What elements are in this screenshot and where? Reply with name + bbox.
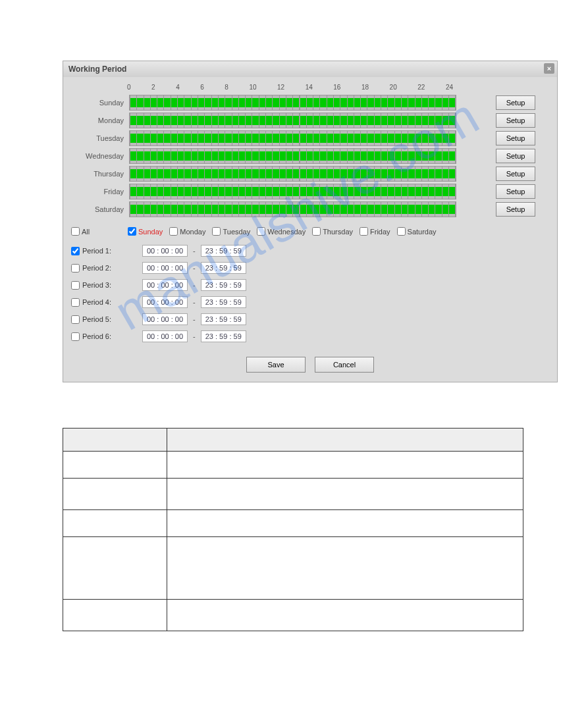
day-checkbox[interactable]: Thursday [312,227,353,236]
description-table [63,428,523,631]
day-checkbox[interactable]: Friday [360,227,390,236]
timeline-bar[interactable] [129,166,456,182]
period-row: Period 1:00 : 00 : 00-23 : 59 : 59 [71,242,549,259]
time-from[interactable]: 00 : 00 : 00 [142,245,188,257]
period-checkbox[interactable]: Period 3: [71,281,137,290]
working-period-dialog: Working Period × 024681012141618202224 S… [63,61,558,382]
day-label: Sunday [71,99,129,107]
period-row: Period 6:00 : 00 : 00-23 : 59 : 59 [71,328,549,345]
day-label: Friday [71,188,129,195]
time-from[interactable]: 00 : 00 : 00 [142,262,188,274]
period-row: Period 2:00 : 00 : 00-23 : 59 : 59 [71,259,549,276]
all-checkbox[interactable]: All [71,227,124,236]
day-checkbox[interactable]: Wednesday [257,227,306,236]
setup-button[interactable]: Setup [496,167,535,181]
setup-button[interactable]: Setup [496,131,535,145]
period-checkbox[interactable]: Period 4: [71,298,137,307]
titlebar: Working Period × [63,61,557,77]
period-checkbox[interactable]: Period 6: [71,332,137,341]
period-row: Period 3:00 : 00 : 00-23 : 59 : 59 [71,276,549,294]
timeline-bar[interactable] [129,184,456,199]
day-label: Wednesday [71,152,129,160]
cancel-button[interactable]: Cancel [315,357,374,373]
day-row: SundaySetup [71,93,549,111]
timeline-bar[interactable] [129,201,456,217]
day-rows: SundaySetupMondaySetupTuesdaySetupWednes… [71,93,549,218]
time-from[interactable]: 00 : 00 : 00 [142,330,188,342]
day-check-list: SundayMondayTuesdayWednesdayThursdayFrid… [128,227,437,236]
day-label: Saturday [71,205,129,213]
period-rows: Period 1:00 : 00 : 00-23 : 59 : 59Period… [71,242,549,345]
period-row: Period 4:00 : 00 : 00-23 : 59 : 59 [71,294,549,311]
time-to[interactable]: 23 : 59 : 59 [201,313,246,325]
day-row: WednesdaySetup [71,147,549,165]
timeline-bar[interactable] [129,130,456,146]
day-label: Monday [71,117,129,124]
day-label: Tuesday [71,134,129,142]
timeline-bar[interactable] [129,95,456,111]
timeline-bar[interactable] [129,113,456,128]
setup-button[interactable]: Setup [496,202,535,217]
hour-scale: 024681012141618202224 [127,84,453,93]
timeline-bar[interactable] [129,148,456,164]
setup-button[interactable]: Setup [496,184,535,199]
day-checkbox[interactable]: Tuesday [212,227,250,236]
save-button[interactable]: Save [246,357,306,373]
day-label: Thursday [71,170,129,178]
day-row: SaturdaySetup [71,200,549,218]
day-row: TuesdaySetup [71,129,549,147]
time-from[interactable]: 00 : 00 : 00 [142,296,188,308]
setup-button[interactable]: Setup [496,149,535,163]
period-checkbox[interactable]: Period 1: [71,247,137,255]
period-row: Period 5:00 : 00 : 00-23 : 59 : 59 [71,311,549,328]
day-checkbox[interactable]: Sunday [128,227,163,236]
dialog-title: Working Period [68,65,126,74]
time-from[interactable]: 00 : 00 : 00 [142,279,188,291]
day-row: ThursdaySetup [71,165,549,182]
time-to[interactable]: 23 : 59 : 59 [201,279,246,291]
time-from[interactable]: 00 : 00 : 00 [142,313,188,325]
setup-button[interactable]: Setup [496,95,535,110]
day-checkboxes: All SundayMondayTuesdayWednesdayThursday… [71,227,549,236]
day-row: FridaySetup [71,182,549,200]
time-to[interactable]: 23 : 59 : 59 [201,262,246,274]
period-checkbox[interactable]: Period 2: [71,264,137,273]
day-row: MondaySetup [71,111,549,129]
period-checkbox[interactable]: Period 5: [71,315,137,324]
day-checkbox[interactable]: Monday [169,227,205,236]
time-to[interactable]: 23 : 59 : 59 [201,245,246,257]
setup-button[interactable]: Setup [496,113,535,128]
day-checkbox[interactable]: Saturday [397,227,437,236]
time-to[interactable]: 23 : 59 : 59 [201,296,246,308]
time-to[interactable]: 23 : 59 : 59 [201,330,246,342]
close-icon[interactable]: × [544,63,554,74]
